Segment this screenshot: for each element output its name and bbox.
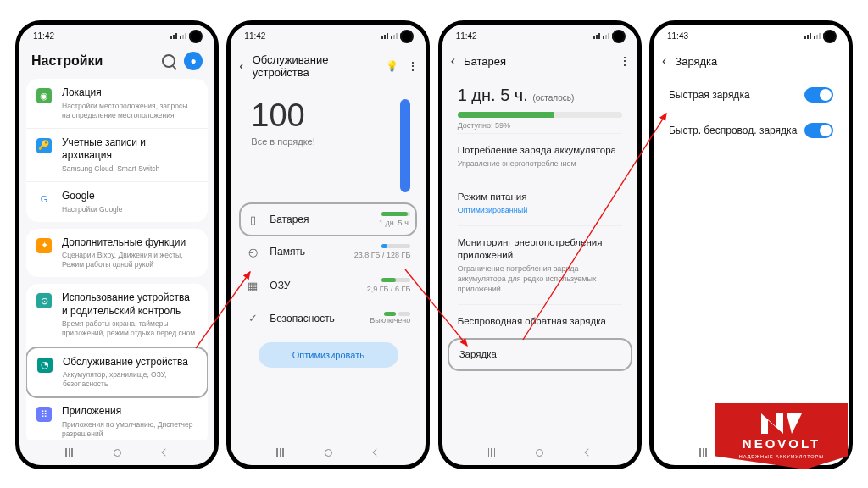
battery-available: Доступно: 59% bbox=[458, 121, 622, 130]
device-care-row[interactable]: ✓ Безопасность Выключено bbox=[241, 302, 415, 334]
row-title: Зарядка bbox=[459, 348, 620, 361]
phone-2: 11:42 ‹ Обслуживание устройства 💡 ⋮ 100 … bbox=[226, 20, 430, 469]
battery-remaining-suffix: (осталось) bbox=[532, 93, 574, 103]
nav-home-icon[interactable] bbox=[114, 449, 121, 457]
row-subtitle: Управление энергопотреблением bbox=[458, 159, 622, 169]
row-title: Использование устройства и родительский … bbox=[62, 291, 198, 318]
battery-progress bbox=[458, 112, 622, 118]
status-bar: 11:42 bbox=[19, 25, 214, 47]
page-title: Обслуживание устройства bbox=[253, 53, 378, 79]
score-value: 100 bbox=[251, 99, 400, 131]
status-bar: 11:42 bbox=[231, 25, 426, 47]
row-subtitle: Сценарии Bixby, Движения и жесты, Режим … bbox=[62, 251, 198, 269]
row-title: Режим питания bbox=[458, 191, 622, 203]
device-care-row[interactable]: ◴ Память 23,8 ГБ / 128 ГБ bbox=[241, 235, 415, 269]
nav-recent-icon[interactable] bbox=[699, 448, 707, 457]
nav-bar bbox=[231, 440, 426, 465]
settings-row[interactable]: ⠿ ПриложенияПриложения по умолчанию, Дис… bbox=[26, 397, 208, 440]
nav-bar bbox=[442, 440, 637, 465]
page-title: Батарея bbox=[464, 55, 610, 68]
more-icon[interactable]: ⋮ bbox=[619, 54, 629, 68]
status-time: 11:42 bbox=[456, 31, 477, 41]
row-subtitle: Оптимизированный bbox=[458, 206, 622, 216]
nav-back-icon[interactable] bbox=[373, 448, 381, 456]
neovolt-logo: NEOVOLT НАДЕЖНЫЕ АККУМУЛЯТОРЫ bbox=[715, 403, 848, 476]
battery-remaining: 1 дн. 5 ч. bbox=[458, 86, 528, 104]
optimize-button[interactable]: Оптимизировать bbox=[259, 342, 398, 368]
more-icon[interactable]: ⋮ bbox=[407, 59, 417, 73]
settings-row[interactable]: ⊙ Использование устройства и родительски… bbox=[26, 284, 208, 347]
page-header: ‹ Обслуживание устройства 💡 ⋮ bbox=[231, 47, 426, 87]
search-icon[interactable] bbox=[162, 54, 175, 68]
row-icon: 🔑 bbox=[36, 138, 52, 153]
phone-1: 11:42 Настройки ● ◉ ЛокацияНас bbox=[15, 20, 219, 469]
row-title: Мониторинг энергопотребления приложений bbox=[458, 236, 622, 262]
phone-3: 11:42 ‹ Батарея ⋮ 1 дн. 5 ч. (осталось) … bbox=[438, 20, 642, 469]
settings-row[interactable]: ◉ ЛокацияНастройки местоположения, запро… bbox=[26, 79, 208, 129]
toggle-row[interactable]: Быстрая зарядка bbox=[654, 77, 849, 113]
nav-back-icon[interactable] bbox=[584, 448, 592, 456]
phone-4: 11:43 ‹ Зарядка Быстрая зарядка Быстр. б… bbox=[649, 20, 853, 469]
profile-avatar[interactable]: ● bbox=[184, 52, 203, 70]
battery-row[interactable]: Зарядка bbox=[448, 338, 632, 371]
row-icon: ⠿ bbox=[36, 407, 52, 422]
row-stat: Выключено bbox=[370, 312, 410, 324]
row-icon: ✦ bbox=[36, 238, 52, 253]
row-icon: ▦ bbox=[246, 280, 259, 292]
battery-row[interactable]: Мониторинг энергопотребления приложений … bbox=[458, 225, 622, 304]
row-title: Потребление заряда аккумулятора bbox=[458, 144, 622, 157]
row-subtitle: Ограничение потребления заряда аккумулят… bbox=[458, 264, 622, 294]
row-subtitle: Время работы экрана, таймеры приложений,… bbox=[62, 319, 198, 338]
camera-cutout bbox=[612, 30, 626, 43]
nav-home-icon[interactable] bbox=[536, 449, 543, 457]
back-icon[interactable]: ‹ bbox=[451, 53, 455, 69]
nav-bar bbox=[19, 440, 214, 465]
row-stat: 2,9 ГБ / 6 ГБ bbox=[367, 278, 411, 293]
toggle-row[interactable]: Быстр. беспровод. зарядка bbox=[654, 113, 849, 148]
status-time: 11:43 bbox=[667, 31, 688, 41]
page-header: ‹ Батарея ⋮ bbox=[442, 47, 637, 77]
page-title: Настройки bbox=[31, 53, 103, 69]
row-title: Приложения bbox=[62, 405, 198, 419]
back-icon[interactable]: ‹ bbox=[239, 58, 243, 74]
battery-row[interactable]: Беспроводная обратная зарядка bbox=[458, 304, 622, 338]
settings-row[interactable]: G GoogleНастройки Google bbox=[26, 182, 208, 222]
toggle-label: Быстр. беспровод. зарядка bbox=[669, 125, 797, 136]
nav-recent-icon[interactable] bbox=[65, 448, 73, 457]
toggle-switch[interactable] bbox=[804, 123, 833, 138]
settings-row[interactable]: 🔑 Учетные записи и архивацияSamsung Clou… bbox=[26, 129, 208, 182]
nav-home-icon[interactable] bbox=[325, 449, 332, 457]
camera-cutout bbox=[823, 30, 837, 43]
back-icon[interactable]: ‹ bbox=[662, 53, 666, 69]
row-title: Дополнительные функции bbox=[62, 236, 198, 250]
row-icon: ▯ bbox=[246, 214, 259, 226]
row-stat: 23,8 ГБ / 128 ГБ bbox=[354, 244, 411, 259]
settings-row[interactable]: ◔ Обслуживание устройстваАккумулятор, хр… bbox=[26, 347, 208, 399]
row-subtitle: Аккумулятор, хранилище, ОЗУ, безопасност… bbox=[63, 370, 197, 389]
page-title: Зарядка bbox=[675, 55, 840, 68]
row-label: ОЗУ bbox=[270, 280, 356, 291]
device-score: 100 Все в порядке! bbox=[231, 87, 426, 204]
row-icon: ◔ bbox=[37, 358, 53, 373]
toggle-switch[interactable] bbox=[804, 87, 833, 103]
battery-row[interactable]: Потребление заряда аккумулятора Управлен… bbox=[458, 133, 622, 180]
row-icon: ◴ bbox=[246, 246, 259, 258]
nav-recent-icon[interactable] bbox=[276, 448, 284, 457]
row-subtitle: Приложения по умолчанию, Диспетчер разре… bbox=[62, 420, 198, 439]
row-title: Локация bbox=[62, 86, 198, 100]
row-subtitle: Настройки Google bbox=[62, 205, 122, 214]
row-label: Память bbox=[270, 246, 343, 258]
page-header: ‹ Зарядка bbox=[654, 47, 849, 77]
nav-recent-icon[interactable] bbox=[488, 448, 496, 457]
signal-icon bbox=[170, 33, 177, 39]
device-care-row[interactable]: ▦ ОЗУ 2,9 ГБ / 6 ГБ bbox=[241, 269, 415, 302]
device-care-row[interactable]: ▯ Батарея 1 дн. 5 ч. bbox=[239, 202, 417, 236]
row-stat: 1 дн. 5 ч. bbox=[379, 212, 410, 227]
battery-row[interactable]: Режим питания Оптимизированный bbox=[458, 180, 622, 226]
tip-icon[interactable]: 💡 bbox=[386, 60, 398, 72]
settings-row[interactable]: ✦ Дополнительные функцииСценарии Bixby, … bbox=[26, 229, 208, 278]
status-time: 11:42 bbox=[33, 31, 54, 41]
row-icon: ◉ bbox=[36, 88, 52, 103]
nav-back-icon[interactable] bbox=[161, 448, 169, 456]
score-bar bbox=[400, 99, 410, 192]
